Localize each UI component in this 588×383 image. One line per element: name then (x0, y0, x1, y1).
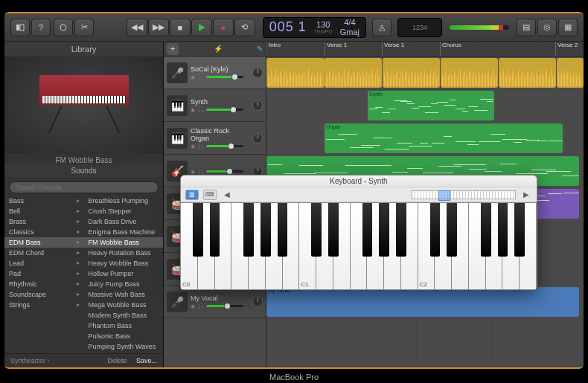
category-item[interactable]: Classics▸ (4, 227, 84, 237)
region[interactable] (266, 58, 325, 88)
patch-item[interactable]: Juicy Pump Bass (84, 279, 164, 289)
track-header[interactable]: 🎤My Vocal◉🎧 (164, 286, 266, 318)
library-breadcrumb[interactable]: Synthesizer › (10, 357, 50, 364)
library-toggle-button[interactable] (10, 19, 30, 36)
patch-item[interactable]: Hollow Pumper (84, 268, 164, 279)
black-key[interactable] (430, 203, 441, 257)
volume-slider[interactable] (206, 145, 243, 147)
ruler[interactable]: IntroVerse 1Verse 1ChorusVerse 2 (266, 42, 584, 56)
patch-item[interactable]: FM Wobble Bass (84, 237, 164, 248)
patch-item[interactable]: Dark Bass Drive (84, 216, 164, 227)
arrangement-marker[interactable]: Chorus (440, 42, 461, 56)
volume-slider[interactable] (206, 109, 243, 111)
pan-knob[interactable] (252, 100, 263, 111)
patch-item[interactable]: Breathless Pumping (84, 196, 164, 206)
track-header[interactable]: 🎹Classic Rock Organ◉🎧 (164, 122, 266, 155)
patch-item[interactable]: Massive Wah Bass (84, 289, 164, 300)
loops-button[interactable]: ◎ (537, 19, 557, 36)
region[interactable] (383, 58, 440, 88)
black-key[interactable] (498, 203, 508, 257)
black-key[interactable] (396, 203, 406, 257)
rewind-button[interactable]: ◀◀ (127, 19, 147, 36)
headphone-icon[interactable]: 🎧 (197, 303, 204, 309)
category-item[interactable]: EDM Bass▸ (4, 237, 84, 248)
piano-keys[interactable]: C0C1C2 (181, 202, 537, 289)
lcd-display[interactable]: 005 1 130TEMPO 4/4Gmaj (263, 17, 366, 38)
typing-view-button[interactable]: ⌨ (203, 190, 217, 200)
cycle-button[interactable]: ⟲ (234, 19, 255, 36)
category-item[interactable]: Pad▸ (4, 268, 84, 279)
black-key[interactable] (379, 203, 389, 257)
mini-keyboard[interactable] (412, 190, 516, 199)
mute-icon[interactable]: ◉ (191, 74, 195, 80)
black-key[interactable] (278, 203, 288, 257)
headphone-icon[interactable]: 🎧 (197, 169, 204, 175)
black-key[interactable] (193, 203, 203, 257)
scissors-button[interactable]: ✂ (74, 19, 94, 36)
arrangement-marker[interactable]: Verse 1 (325, 42, 347, 56)
track-header[interactable]: 🎹Synth◉🎧 (164, 89, 266, 122)
patch-item[interactable]: Enigma Bass Machine (84, 227, 164, 237)
category-item[interactable]: Strings▸ (4, 300, 84, 310)
category-list[interactable]: Bass▸Bell▸Brass▸Classics▸EDM Bass▸EDM Ch… (4, 196, 84, 353)
headphone-icon[interactable]: 🎧 (197, 144, 204, 149)
category-item[interactable]: Brass▸ (4, 216, 84, 227)
notepad-button[interactable]: ▤ (517, 19, 536, 36)
patch-item[interactable]: Heavy Wobble Bass (84, 258, 164, 268)
quick-help-button[interactable]: ? (31, 19, 51, 36)
black-key[interactable] (481, 203, 491, 257)
pan-knob[interactable] (252, 133, 263, 144)
black-key[interactable] (261, 203, 271, 257)
category-item[interactable]: Soundscape▸ (4, 289, 84, 300)
region[interactable] (325, 58, 382, 88)
region[interactable] (441, 58, 498, 88)
add-track-button[interactable]: + (167, 43, 179, 55)
mute-icon[interactable]: ◉ (191, 169, 195, 175)
arrangement-marker[interactable]: Verse 1 (382, 42, 404, 56)
play-button[interactable] (191, 19, 212, 36)
patch-item[interactable]: Mega Wobble Bass (84, 300, 164, 310)
volume-slider[interactable] (206, 305, 243, 307)
mute-icon[interactable]: ◉ (191, 303, 195, 309)
headphone-icon[interactable]: 🎧 (197, 107, 204, 113)
volume-slider[interactable] (206, 170, 243, 173)
delete-button[interactable]: Delete (107, 357, 127, 364)
search-input[interactable] (9, 181, 159, 193)
category-item[interactable]: Bass▸ (4, 196, 84, 206)
patch-item[interactable]: Crush Stepper (84, 206, 164, 216)
black-key[interactable] (243, 203, 254, 257)
region[interactable]: My Vocal (266, 287, 579, 317)
forward-button[interactable]: ▶▶ (148, 19, 169, 36)
region[interactable]: Synth (368, 91, 494, 120)
keyboard-view-button[interactable]: ▥ (185, 190, 199, 200)
musical-typing-window[interactable]: Keyboard - Synth ▥ ⌨ ◀ ▶ C0C1C2 (180, 175, 537, 290)
search-field[interactable] (9, 179, 159, 193)
region[interactable]: Organ (325, 123, 563, 153)
record-button[interactable]: ● (213, 19, 234, 36)
category-item[interactable]: Lead▸ (4, 258, 84, 268)
pan-knob[interactable] (252, 68, 263, 78)
mute-icon[interactable]: ◉ (191, 144, 195, 149)
patch-item[interactable]: Phantom Bass (84, 321, 164, 331)
arrangement-marker[interactable]: Intro (266, 42, 281, 56)
black-key[interactable] (311, 203, 322, 257)
media-button[interactable]: ▦ (558, 19, 578, 36)
pencil-icon[interactable]: ✎ (257, 45, 263, 53)
category-item[interactable]: Bell▸ (4, 206, 84, 216)
patch-item[interactable]: Pumping Synth Waves (84, 341, 164, 352)
headphone-icon[interactable]: 🎧 (197, 74, 204, 80)
master-volume-meter[interactable] (450, 24, 509, 31)
region[interactable] (557, 58, 584, 88)
octave-down-button[interactable]: ◀ (221, 190, 233, 199)
region[interactable] (499, 58, 556, 88)
patch-list[interactable]: Breathless PumpingCrush StepperDark Bass… (84, 196, 164, 353)
black-key[interactable] (328, 203, 339, 257)
automation-button[interactable]: ⚡ (214, 45, 223, 53)
patch-item[interactable]: Pulsonic Bass (84, 331, 164, 341)
patch-item[interactable]: Modern Synth Bass (84, 310, 164, 321)
category-item[interactable]: Rhythmic▸ (4, 279, 84, 289)
octave-up-button[interactable]: ▶ (520, 190, 532, 199)
black-key[interactable] (514, 203, 525, 257)
stop-button[interactable]: ■ (170, 19, 191, 36)
black-key[interactable] (447, 203, 457, 257)
